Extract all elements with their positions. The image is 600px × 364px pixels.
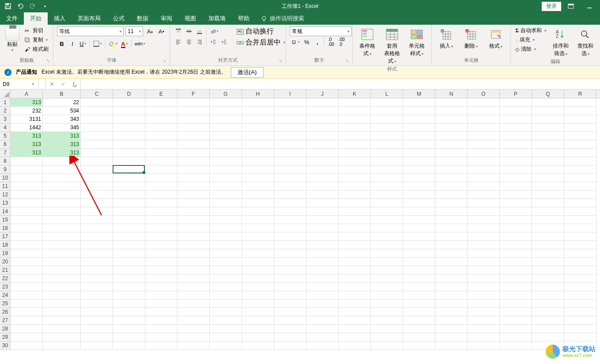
cell-F9[interactable] <box>177 165 210 174</box>
activate-button[interactable]: 激活(A) <box>231 67 264 78</box>
cell-Q12[interactable] <box>532 191 564 199</box>
cell-G23[interactable] <box>210 283 242 291</box>
cell-Q27[interactable] <box>532 316 564 325</box>
cell-J7[interactable] <box>306 149 339 157</box>
cell-I19[interactable] <box>274 249 306 258</box>
increase-font-button[interactable]: A▴ <box>145 26 155 36</box>
enter-formula-button[interactable]: ✓ <box>57 81 69 87</box>
cell-I4[interactable] <box>274 124 306 132</box>
cell-I18[interactable] <box>274 241 306 249</box>
cell-N14[interactable] <box>435 207 468 216</box>
cell-R24[interactable] <box>564 291 596 300</box>
cell-K15[interactable] <box>339 216 371 224</box>
cell-B24[interactable] <box>43 291 81 300</box>
align-center-button[interactable] <box>184 37 194 47</box>
undo-button[interactable] <box>15 1 26 11</box>
cell-D28[interactable] <box>113 325 145 333</box>
cell-J10[interactable] <box>306 174 339 182</box>
cell-P8[interactable] <box>500 157 532 165</box>
column-header-R[interactable]: R <box>564 90 596 98</box>
cell-M3[interactable] <box>403 115 435 124</box>
cell-A9[interactable] <box>11 165 43 174</box>
cell-P26[interactable] <box>500 308 532 316</box>
cell-B17[interactable] <box>43 233 81 241</box>
cell-F26[interactable] <box>177 308 210 316</box>
cell-I20[interactable] <box>274 258 306 266</box>
cell-C18[interactable] <box>81 241 113 249</box>
cell-G16[interactable] <box>210 224 242 233</box>
cell-E27[interactable] <box>145 316 177 325</box>
cell-L11[interactable] <box>371 182 403 191</box>
cell-C14[interactable] <box>81 207 113 216</box>
cell-D29[interactable] <box>113 333 145 341</box>
cell-Q10[interactable] <box>532 174 564 182</box>
borders-button[interactable] <box>92 39 103 49</box>
cell-A21[interactable] <box>11 266 43 274</box>
cell-A26[interactable] <box>11 308 43 316</box>
cell-H23[interactable] <box>242 283 274 291</box>
cell-O1[interactable] <box>468 98 500 107</box>
cell-K26[interactable] <box>339 308 371 316</box>
cell-R8[interactable] <box>564 157 596 165</box>
cell-K12[interactable] <box>339 191 371 199</box>
row-header-4[interactable]: 4 <box>0 124 10 132</box>
cell-N9[interactable] <box>435 165 468 174</box>
cell-D1[interactable] <box>113 98 145 107</box>
cell-A6[interactable]: 313 <box>11 140 43 149</box>
cell-R26[interactable] <box>564 308 596 316</box>
cell-N26[interactable] <box>435 308 468 316</box>
cell-O30[interactable] <box>468 341 500 350</box>
cell-A16[interactable] <box>11 224 43 233</box>
cell-R29[interactable] <box>564 333 596 341</box>
cell-B28[interactable] <box>43 325 81 333</box>
cell-I24[interactable] <box>274 291 306 300</box>
cell-N21[interactable] <box>435 266 468 274</box>
cell-B15[interactable] <box>43 216 81 224</box>
row-header-2[interactable]: 2 <box>0 107 10 115</box>
cell-P25[interactable] <box>500 300 532 308</box>
cell-N30[interactable] <box>435 341 468 350</box>
cell-A10[interactable] <box>11 174 43 182</box>
cell-N8[interactable] <box>435 157 468 165</box>
cell-E16[interactable] <box>145 224 177 233</box>
cell-F21[interactable] <box>177 266 210 274</box>
cell-E20[interactable] <box>145 258 177 266</box>
cell-N2[interactable] <box>435 107 468 115</box>
cell-A24[interactable] <box>11 291 43 300</box>
cell-M11[interactable] <box>403 182 435 191</box>
cell-C27[interactable] <box>81 316 113 325</box>
row-header-29[interactable]: 29 <box>0 333 10 341</box>
cell-F1[interactable] <box>177 98 210 107</box>
cell-Q14[interactable] <box>532 207 564 216</box>
cell-P11[interactable] <box>500 182 532 191</box>
row-header-18[interactable]: 18 <box>0 241 10 249</box>
cell-C29[interactable] <box>81 333 113 341</box>
row-header-17[interactable]: 17 <box>0 233 10 241</box>
cell-F15[interactable] <box>177 216 210 224</box>
cell-H22[interactable] <box>242 274 274 283</box>
cell-H16[interactable] <box>242 224 274 233</box>
merge-center-button[interactable]: 合并后居中▾ <box>236 38 286 48</box>
cell-H9[interactable] <box>242 165 274 174</box>
cell-J4[interactable] <box>306 124 339 132</box>
column-header-D[interactable]: D <box>113 90 145 98</box>
cell-C13[interactable] <box>81 199 113 207</box>
cell-E17[interactable] <box>145 233 177 241</box>
cell-A2[interactable]: 232 <box>11 107 43 115</box>
cell-N6[interactable] <box>435 140 468 149</box>
cell-H4[interactable] <box>242 124 274 132</box>
cell-H5[interactable] <box>242 132 274 140</box>
cell-E29[interactable] <box>145 333 177 341</box>
cell-I14[interactable] <box>274 207 306 216</box>
cell-D3[interactable] <box>113 115 145 124</box>
cell-G3[interactable] <box>210 115 242 124</box>
cell-O21[interactable] <box>468 266 500 274</box>
cell-B5[interactable]: 313 <box>43 132 81 140</box>
cell-M7[interactable] <box>403 149 435 157</box>
cell-P1[interactable] <box>500 98 532 107</box>
cell-A14[interactable] <box>11 207 43 216</box>
cell-D23[interactable] <box>113 283 145 291</box>
cells-container[interactable]: 3132223253431313431442345313313313313313… <box>11 98 600 362</box>
cell-O17[interactable] <box>468 233 500 241</box>
cell-M28[interactable] <box>403 325 435 333</box>
